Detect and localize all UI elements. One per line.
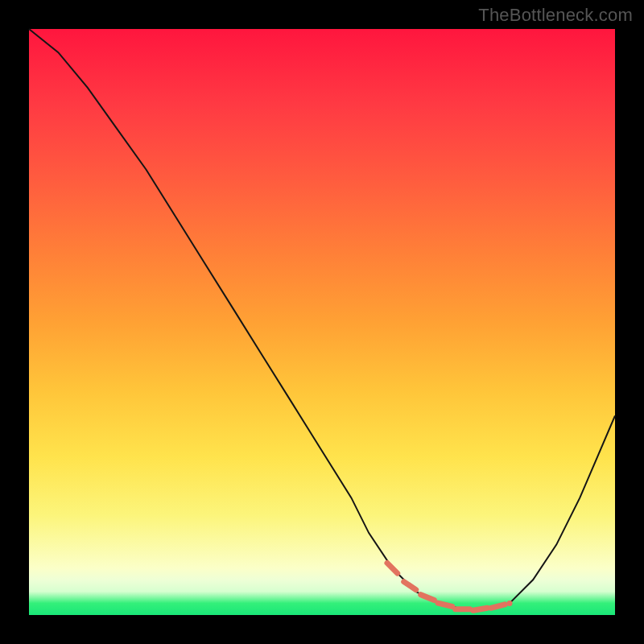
watermark-text: TheBottleneck.com bbox=[478, 5, 633, 26]
minimum-dash bbox=[387, 563, 398, 573]
minimum-dash bbox=[404, 582, 416, 590]
plot-area bbox=[29, 29, 615, 615]
minimum-dash bbox=[421, 595, 435, 601]
minimum-dashes bbox=[387, 563, 510, 610]
bottleneck-curve bbox=[29, 29, 615, 615]
chart-frame: TheBottleneck.com bbox=[0, 0, 644, 644]
minimum-dash bbox=[473, 608, 488, 610]
minimum-dash bbox=[491, 605, 505, 608]
curve-path bbox=[29, 29, 615, 609]
minimum-dash bbox=[438, 603, 452, 606]
